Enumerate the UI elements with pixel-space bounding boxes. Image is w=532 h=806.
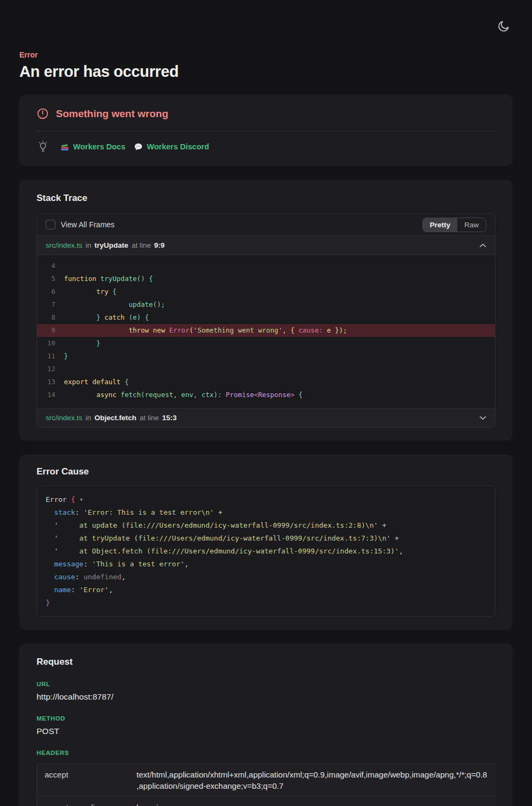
frame-function: tryUpdate [95, 241, 128, 249]
page-title: An error has occurred [19, 63, 513, 81]
header-name: accept [37, 764, 136, 796]
headers-label: HEADERS [37, 750, 495, 756]
frame-location: 9:9 [154, 241, 165, 249]
code-line-6: 6 try { [37, 285, 495, 298]
workers-docs-link[interactable]: Workers Docs [60, 142, 125, 152]
view-all-frames-label: View All Frames [61, 220, 114, 229]
error-cause-heading: Error Cause [37, 466, 495, 477]
error-cause-line-6: message: 'This is a test error', [46, 558, 486, 571]
stack-trace-heading: Stack Trace [37, 193, 495, 204]
error-cause-object: Error { ▾ stack: 'Error: This is a test … [37, 486, 495, 617]
stack-frame-header-2[interactable]: src/index.ts in Object.fetch at line 15:… [37, 408, 495, 427]
workers-discord-label: Workers Discord [147, 142, 209, 151]
stack-trace-card: Stack Trace View All Frames Pretty Raw s… [19, 180, 513, 441]
chevron-up-icon [479, 243, 486, 248]
header-row-accept-encoding: accept-encodingbr, gzip [37, 796, 495, 806]
code-line-4: 4 [37, 260, 495, 272]
frame-in-word: in [85, 241, 91, 249]
headers-table: accepttext/html,application/xhtml+xml,ap… [37, 764, 495, 806]
url-value: http://localhost:8787/ [37, 692, 495, 702]
header-name: accept-encoding [37, 797, 136, 806]
code-line-13: 13export default { [37, 376, 495, 388]
error-message-title: Something went wrong [56, 108, 168, 120]
error-kicker: Error [19, 51, 513, 59]
raw-button[interactable]: Raw [457, 218, 486, 232]
error-message-card: Something went wrong [19, 95, 513, 166]
frame-file: src/index.ts [46, 241, 82, 249]
frame-file: src/index.ts [46, 414, 82, 422]
method-label: METHOD [37, 715, 495, 722]
code-line-7: 7 update(); [37, 298, 495, 311]
frame-in-word: in [85, 414, 91, 422]
error-cause-line-3: ' at update (file:///Users/edmund/icy-wa… [46, 519, 486, 532]
code-line-9: 9 throw new Error('Something went wrong'… [37, 324, 495, 337]
code-line-11: 11} [37, 350, 495, 363]
moon-icon [497, 19, 511, 33]
header-value: br, gzip [136, 797, 495, 806]
view-all-frames-checkbox[interactable] [46, 220, 55, 229]
error-cause-line-2: stack: 'Error: This is a test error\n' + [46, 506, 486, 519]
header-value: text/html,application/xhtml+xml,applicat… [136, 764, 495, 796]
workers-discord-link[interactable]: Workers Discord [134, 142, 209, 152]
frame-location: 15:3 [162, 414, 177, 422]
frame-at-word: at line [132, 241, 151, 249]
format-toggle: Pretty Raw [422, 218, 486, 232]
code-line-10: 10 } [37, 337, 495, 350]
error-cause-line-8: name: 'Error', [46, 584, 486, 596]
chevron-down-icon [479, 416, 486, 420]
error-cause-line-9: } [46, 596, 486, 609]
divider [37, 131, 495, 131]
pretty-button[interactable]: Pretty [423, 218, 457, 232]
code-line-5: 5function tryUpdate() { [37, 272, 495, 285]
error-cause-line-7: cause: undefined, [46, 571, 486, 584]
stack-frame-header-1[interactable]: src/index.ts in tryUpdate at line 9:9 [37, 235, 495, 255]
error-cause-line-5: ' at Object.fetch (file:///Users/edmund/… [46, 545, 486, 558]
dark-mode-toggle-button[interactable] [495, 18, 512, 34]
workers-docs-label: Workers Docs [73, 142, 125, 151]
stack-trace-panel: View All Frames Pretty Raw src/index.ts … [37, 213, 495, 428]
code-line-14: 14 async fetch(request, env, ctx): Promi… [37, 388, 495, 401]
frame-function: Object.fetch [95, 414, 136, 422]
frame-at-word: at line [140, 414, 159, 422]
alert-circle-icon [37, 107, 49, 120]
error-cause-line-4: ' at tryUpdate (file:///Users/edmund/icy… [46, 532, 486, 545]
request-heading: Request [37, 657, 495, 667]
source-code-block: 45function tryUpdate() {6 try {7 update(… [37, 255, 495, 408]
lightbulb-icon [37, 140, 49, 153]
url-label: URL [37, 681, 495, 687]
request-card: Request URL http://localhost:8787/ METHO… [19, 644, 513, 806]
error-cause-card: Error Cause Error { ▾ stack: 'Error: Thi… [19, 455, 513, 630]
topbar [19, 0, 513, 39]
books-icon [60, 142, 69, 152]
error-cause-line-1: Error { ▾ [46, 493, 486, 506]
code-line-12: 12 [37, 363, 495, 376]
code-line-8: 8 } catch (e) { [37, 311, 495, 324]
header-row-accept: accepttext/html,application/xhtml+xml,ap… [37, 764, 495, 796]
speech-balloon-icon [134, 142, 143, 152]
method-value: POST [37, 726, 495, 736]
